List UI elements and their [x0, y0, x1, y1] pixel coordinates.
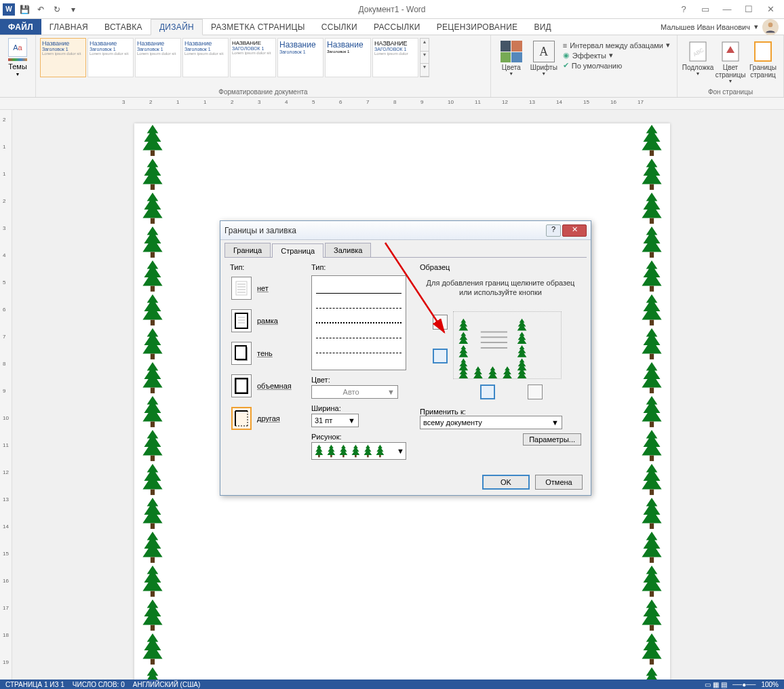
- art-combo[interactable]: ▼: [311, 442, 406, 460]
- colors-icon: [501, 41, 522, 62]
- tab-review[interactable]: РЕЦЕНЗИРОВАНИЕ: [429, 19, 526, 35]
- status-language[interactable]: АНГЛИЙСКИЙ (США): [133, 681, 201, 688]
- page-border-right: [638, 123, 666, 680]
- color-combo[interactable]: Авто▼: [311, 385, 398, 399]
- paragraph-spacing-button[interactable]: ≡Интервал между абзацами ▾: [563, 41, 670, 50]
- window-controls: ? ▭ — ☐ ✕: [675, 4, 784, 14]
- colors-button[interactable]: Цвета▼: [495, 38, 528, 79]
- watermark-icon: ABC: [687, 41, 709, 62]
- type-none-icon: [231, 277, 252, 300]
- type-custom[interactable]: другая: [230, 406, 305, 431]
- style-set-item[interactable]: НАЗВАНИЕЗАГОЛОВОК 1Lorem ipsum dolor sit: [230, 38, 276, 77]
- style-set-item[interactable]: НазваниеЗаголовок 1: [277, 38, 324, 77]
- svg-rect-65: [367, 455, 369, 457]
- avatar: [762, 19, 779, 35]
- ribbon-tabs: ФАЙЛ ГЛАВНАЯ ВСТАВКА ДИЗАЙН РАЗМЕТКА СТР…: [0, 19, 784, 35]
- type-3d[interactable]: объемная: [230, 373, 305, 399]
- tab-home[interactable]: ГЛАВНАЯ: [41, 19, 96, 35]
- style-set-item[interactable]: НазваниеЗаголовок 1Lorem ipsum dolor sit: [135, 38, 181, 77]
- gallery-scroll[interactable]: ▴▾▾: [420, 38, 429, 77]
- close-button[interactable]: ✕: [762, 4, 779, 14]
- style-set-item[interactable]: НазваниеЗаголовок 1Lorem ipsum dolor sit: [87, 38, 134, 77]
- preview-box: [433, 304, 568, 399]
- tab-design[interactable]: ДИЗАЙН: [151, 19, 203, 35]
- status-words[interactable]: ЧИСЛО СЛОВ: 0: [73, 681, 125, 688]
- style-set-item[interactable]: НазваниеЗаголовок 1: [325, 38, 371, 77]
- dialog-tab-fill[interactable]: Заливка: [325, 243, 371, 257]
- undo-button[interactable]: ↶: [34, 3, 47, 16]
- horizontal-ruler[interactable]: 3211234567891011121314151617: [0, 98, 784, 110]
- help-button[interactable]: ?: [675, 4, 692, 14]
- svg-rect-18: [151, 591, 155, 597]
- user-info[interactable]: Малышев Иван Иванович▾: [655, 19, 784, 35]
- page-borders-button[interactable]: Границы страниц: [747, 38, 779, 86]
- tab-layout[interactable]: РАЗМЕТКА СТРАНИЦЫ: [203, 19, 313, 35]
- colors-fonts-group: Цвета▼ A Шрифты▼ ≡Интервал между абзацам…: [491, 35, 678, 97]
- tab-references[interactable]: ССЫЛКИ: [313, 19, 366, 35]
- dialog-close-button[interactable]: ✕: [562, 224, 587, 237]
- fonts-button[interactable]: A Шрифты▼: [528, 38, 560, 79]
- effects-button[interactable]: ◉Эффекты ▾: [563, 51, 670, 60]
- style-set-item[interactable]: НазваниеЗаголовок 1Lorem ipsum dolor sit: [40, 38, 86, 77]
- page-color-button[interactable]: Цвет страницы▼: [714, 38, 747, 86]
- svg-rect-30: [650, 320, 654, 326]
- preview-sample[interactable]: [453, 311, 562, 379]
- edge-left-button[interactable]: [433, 349, 448, 363]
- apply-to-combo[interactable]: всему документу▼: [420, 416, 562, 429]
- style-gallery[interactable]: НазваниеЗаголовок 1Lorem ipsum dolor sit…: [40, 38, 486, 77]
- tab-file[interactable]: ФАЙЛ: [0, 19, 41, 35]
- themes-button[interactable]: Aa Темы ▼: [4, 38, 31, 77]
- dialog-help-button[interactable]: ?: [546, 224, 561, 237]
- ribbon-options-button[interactable]: ▭: [697, 4, 713, 14]
- tab-view[interactable]: ВИД: [526, 19, 560, 35]
- svg-rect-6: [151, 184, 155, 190]
- qat-more-button[interactable]: ▾: [66, 3, 80, 16]
- style-list[interactable]: [311, 275, 406, 370]
- cancel-button[interactable]: Отмена: [535, 475, 583, 490]
- minimize-button[interactable]: —: [719, 4, 735, 14]
- type-custom-icon: [231, 407, 252, 430]
- ok-button[interactable]: OK: [482, 475, 530, 490]
- maximize-button[interactable]: ☐: [741, 4, 757, 14]
- tab-insert[interactable]: ВСТАВКА: [96, 19, 151, 35]
- width-label: Ширина:: [311, 404, 413, 412]
- edge-right-button[interactable]: [528, 385, 543, 399]
- save-button[interactable]: 💾: [18, 3, 31, 16]
- tab-mailings[interactable]: РАССЫЛКИ: [366, 19, 429, 35]
- svg-rect-34: [650, 456, 654, 461]
- redo-button[interactable]: ↻: [50, 3, 64, 16]
- type-none[interactable]: нет: [230, 275, 305, 301]
- page-borders-icon: [752, 41, 774, 62]
- spacing-icon: ≡: [563, 41, 567, 50]
- svg-rect-20: [151, 659, 155, 665]
- dialog-tab-border[interactable]: Граница: [224, 243, 271, 257]
- view-buttons[interactable]: ▭ ▦ ▤: [705, 681, 727, 688]
- vertical-ruler[interactable]: 2112345678910111213141516171819: [0, 110, 12, 680]
- edge-top-button[interactable]: [433, 315, 448, 330]
- svg-rect-39: [650, 625, 654, 631]
- ribbon: Aa Темы ▼ НазваниеЗаголовок 1Lorem ipsum…: [0, 35, 784, 98]
- dialog-titlebar[interactable]: Границы и заливка ? ✕: [220, 221, 591, 240]
- watermark-button[interactable]: ABC Подложка▼: [682, 38, 714, 86]
- borders-shading-dialog: Границы и заливка ? ✕ Граница Страница З…: [220, 220, 591, 496]
- type-box-icon: [231, 309, 252, 332]
- zoom-slider[interactable]: ──●──: [732, 681, 756, 688]
- user-name: Малышев Иван Иванович: [661, 23, 750, 31]
- themes-icon: Aa: [8, 38, 27, 57]
- svg-rect-27: [650, 218, 654, 224]
- set-default-button[interactable]: ✔По умолчанию: [563, 61, 670, 70]
- type-shadow[interactable]: тень: [230, 340, 305, 366]
- style-set-item[interactable]: НАЗВАНИЕЗАГОЛОВОК 1Lorem ipsum dolor: [372, 38, 418, 77]
- width-combo[interactable]: 31 пт▼: [311, 414, 359, 427]
- formatting-group: НазваниеЗаголовок 1Lorem ipsum dolor sit…: [36, 35, 491, 97]
- style-set-item[interactable]: НазваниеЗаголовок 1Lorem ipsum dolor sit: [182, 38, 229, 77]
- type-box[interactable]: рамка: [230, 308, 305, 334]
- parameters-button[interactable]: Параметры...: [523, 433, 581, 446]
- zoom-level[interactable]: 100%: [761, 681, 779, 688]
- svg-rect-33: [650, 422, 654, 427]
- svg-rect-36: [650, 524, 654, 529]
- dialog-tab-page[interactable]: Страница: [272, 243, 324, 258]
- status-page[interactable]: СТРАНИЦА 1 ИЗ 1: [5, 681, 64, 688]
- edge-bottom-button[interactable]: [480, 385, 495, 399]
- svg-rect-16: [151, 524, 155, 529]
